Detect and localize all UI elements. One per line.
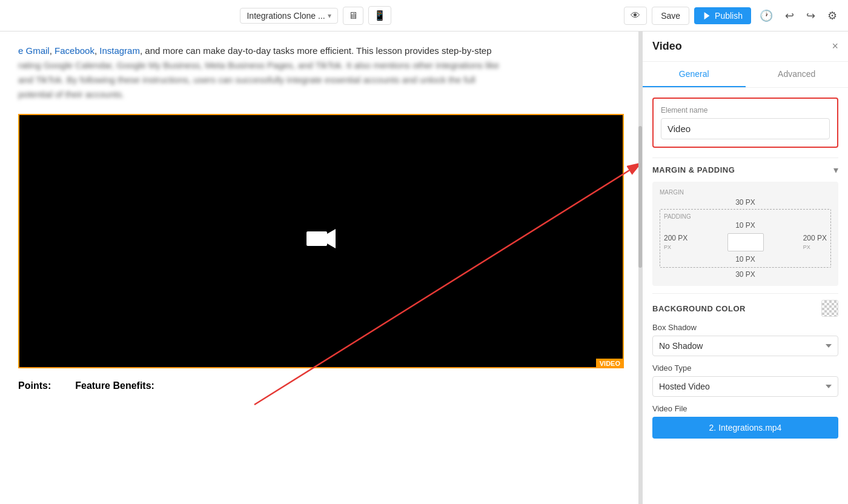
tab-advanced[interactable]: Advanced [746, 62, 849, 87]
text-section: e Gmail, Facebook, Instagram, and more c… [0, 31, 642, 114]
element-name-input[interactable] [661, 118, 830, 139]
camera-icon [306, 228, 336, 250]
video-play-icon [306, 228, 336, 254]
device-selector[interactable]: Integrations Clone ... ▾ [240, 8, 337, 24]
padding-center-box [727, 233, 764, 251]
intro-text: e Gmail, Facebook, Instagram, and more c… [18, 44, 624, 58]
blurred-text-3: potential of their accounts. [18, 87, 624, 102]
svg-marker-2 [327, 229, 336, 248]
topbar-center: Integrations Clone ... ▾ 🖥 📱 [240, 6, 391, 25]
main-layout: e Gmail, Facebook, Instagram, and more c… [0, 31, 848, 504]
desktop-icon: 🖥 [348, 10, 358, 21]
video-file-btn-label: 2. Integrations.mp4 [709, 423, 782, 433]
margin-padding-label: Margin & padding [652, 165, 735, 174]
bg-color-label: BACKGROUND COLOR [652, 304, 746, 313]
video-badge: VIDEO [596, 359, 624, 368]
panel-close-button[interactable]: × [832, 40, 838, 53]
intro-continuation: and more can make day-to-day tasks more … [145, 45, 491, 56]
gmail-link: e Gmail [18, 45, 50, 56]
chevron-down-icon: ▾ [328, 12, 331, 20]
right-panel: Video × General Advanced Element name Ma… [642, 31, 848, 504]
redo-button[interactable]: ↪ [803, 7, 819, 25]
publish-label: Publish [715, 11, 743, 21]
mobile-icon: 📱 [374, 10, 386, 21]
blurred-text-1: rating Google Calendar, Google My Busine… [18, 58, 624, 73]
scrollbar-thumb[interactable] [638, 126, 642, 268]
margin-padding-header[interactable]: Margin & padding ▾ [652, 158, 838, 182]
bottom-cols: Points: Feature Benefits: [18, 380, 624, 396]
history-button[interactable]: 🕐 [756, 7, 777, 25]
margin-padding-box: MARGIN 30 PX PADDING 10 PX 200 PXPX 200 … [652, 182, 838, 286]
settings-button[interactable]: ⚙ [824, 7, 841, 25]
col2-title: Feature Benefits: [75, 380, 154, 391]
video-type-select[interactable]: Hosted Video YouTube Vimeo [652, 376, 838, 397]
scrollbar-track[interactable] [638, 31, 642, 504]
topbar: Integrations Clone ... ▾ 🖥 📱 👁 Save Publ… [0, 0, 848, 31]
instagram-link: Instagram [99, 45, 140, 56]
panel-tabs: General Advanced [643, 62, 848, 88]
col1-title: Points: [18, 380, 51, 391]
element-name-section: Element name [652, 98, 838, 148]
bg-color-row: BACKGROUND COLOR [652, 293, 838, 323]
svg-marker-0 [704, 12, 710, 19]
padding-middle: 200 PXPX 200 PXPX [664, 233, 827, 251]
blurred-text-2: and TikTok. By following these instructi… [18, 73, 624, 87]
device-label: Integrations Clone ... [247, 11, 325, 21]
video-type-row: Video Type Hosted Video YouTube Vimeo [652, 363, 838, 397]
padding-label: PADDING [664, 213, 827, 220]
tab-advanced-label: Advanced [778, 69, 815, 79]
padding-left-val: 200 PXPX [664, 234, 687, 251]
padding-area: PADDING 10 PX 200 PXPX 200 PXPX 10 PX [660, 209, 831, 268]
box-shadow-select[interactable]: No Shadow Small Medium Large [652, 336, 838, 356]
margin-padding-chevron: ▾ [833, 164, 838, 176]
padding-right-val: 200 PXPX [803, 234, 827, 251]
margin-label: MARGIN [660, 189, 831, 196]
publish-icon [703, 12, 711, 20]
save-button[interactable]: Save [652, 7, 689, 25]
mobile-btn[interactable]: 📱 [368, 6, 391, 25]
publish-button[interactable]: Publish [694, 7, 751, 24]
video-type-label: Video Type [652, 363, 838, 373]
video-file-row: Video File 2. Integrations.mp4 [652, 404, 838, 439]
tab-general-label: General [679, 69, 709, 79]
padding-bottom-val: 10 PX [664, 255, 827, 264]
panel-header: Video × [643, 31, 848, 62]
video-element[interactable]: VIDEO [18, 114, 624, 368]
tab-general[interactable]: General [643, 62, 746, 87]
panel-title: Video [652, 40, 682, 53]
bottom-col-1: Points: [18, 380, 51, 396]
facebook-link: Facebook [55, 45, 94, 56]
undo-button[interactable]: ↩ [781, 7, 798, 25]
element-name-label: Element name [661, 106, 830, 114]
video-file-button[interactable]: 2. Integrations.mp4 [652, 417, 838, 439]
bottom-section: Points: Feature Benefits: [0, 368, 642, 408]
desktop-btn[interactable]: 🖥 [343, 7, 363, 25]
bg-color-picker[interactable] [821, 300, 838, 317]
box-shadow-label: Box Shadow [652, 323, 838, 332]
video-file-label: Video File [652, 404, 838, 413]
box-shadow-row: Box Shadow No Shadow Small Medium Large [652, 323, 838, 356]
preview-button[interactable]: 👁 [624, 7, 647, 25]
margin-top-val: 30 PX [660, 198, 831, 207]
svg-rect-1 [306, 231, 327, 246]
topbar-right: 👁 Save Publish 🕐 ↩ ↪ ⚙ [624, 7, 841, 25]
canvas-content: e Gmail, Facebook, Instagram, and more c… [0, 31, 642, 504]
margin-bottom-val: 30 PX [660, 270, 831, 279]
padding-top-val: 10 PX [664, 221, 827, 230]
panel-body: Element name Margin & padding ▾ MARGIN 3… [643, 88, 848, 504]
canvas-area: e Gmail, Facebook, Instagram, and more c… [0, 31, 642, 504]
bottom-col-2: Feature Benefits: [75, 380, 154, 396]
